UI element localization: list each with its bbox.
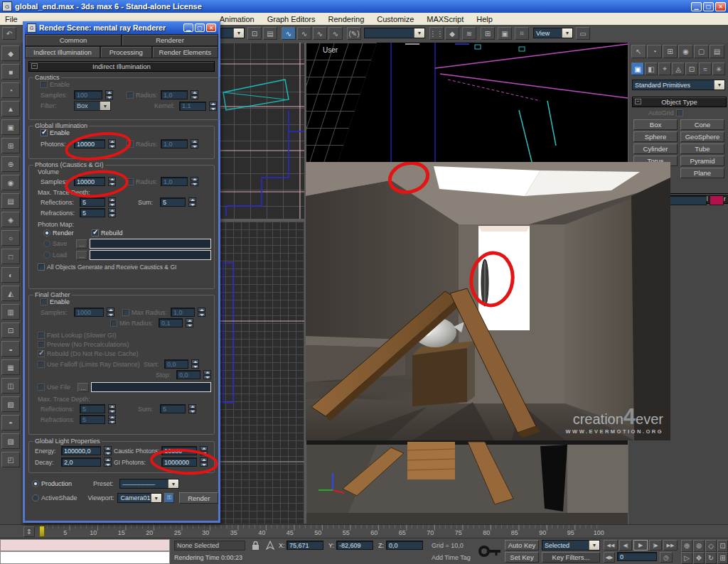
percent-snap-icon[interactable]: ∿ <box>313 27 327 40</box>
viewport-user[interactable]: User <box>306 43 628 162</box>
viewport-dropdown[interactable]: Camera01▼ <box>117 493 161 503</box>
activeshade-radio[interactable] <box>32 494 39 501</box>
glp-energy-spinner[interactable] <box>104 446 112 455</box>
geometry-icon[interactable]: ▣ <box>631 63 644 75</box>
fg-min-radius-checkbox[interactable] <box>110 320 117 327</box>
left-toolbar-icon[interactable]: ▣ <box>1 119 20 135</box>
photon-map-load-radio[interactable] <box>43 251 50 259</box>
photons-radius-checkbox[interactable] <box>127 178 134 185</box>
schematic-view-icon[interactable]: ▣ <box>498 27 512 40</box>
go-to-start-button[interactable]: ◀◀ <box>604 540 618 551</box>
angle-snap-icon[interactable]: ∿ <box>297 27 311 40</box>
viewport-divider-horizontal[interactable] <box>218 219 304 222</box>
arc-rotate-icon[interactable]: ↻ <box>705 552 717 564</box>
left-toolbar-icon[interactable]: ▥ <box>1 304 20 320</box>
glp-decay-field[interactable]: 2,0 <box>61 457 101 467</box>
gi-radius-spinner[interactable] <box>191 139 198 148</box>
y-coordinate-field[interactable]: -82,609 <box>336 541 373 550</box>
systems-icon[interactable]: ✳ <box>712 63 725 75</box>
helpers-icon[interactable]: ⊡ <box>685 63 698 75</box>
caustics-kernel-spinner[interactable] <box>209 102 217 111</box>
render-type-dropdown[interactable]: View▼ <box>533 28 573 38</box>
key-mode-toggle-button[interactable]: ◀▶ <box>604 552 615 563</box>
left-toolbar-icon[interactable]: ▨ <box>1 433 20 449</box>
material-editor-icon[interactable]: ⌗ <box>515 27 529 40</box>
keyboard-shortcut-icon[interactable]: (✎) <box>347 27 361 40</box>
fg-use-file-checkbox[interactable] <box>38 384 45 391</box>
photons-reflections-field[interactable]: 5 <box>80 197 105 207</box>
viewport-front[interactable] <box>218 43 304 219</box>
preset-dropdown[interactable]: -------------------------▼ <box>119 479 179 489</box>
caustics-radius-spinner[interactable] <box>191 90 198 99</box>
left-toolbar-icon[interactable]: ◰ <box>1 452 20 467</box>
utilities-tab-icon[interactable]: ▤ <box>710 45 724 58</box>
left-toolbar-icon[interactable]: ⊞ <box>1 138 20 153</box>
cone-button[interactable]: Cone <box>680 119 724 130</box>
caustics-kernel-field[interactable]: 1,1 <box>179 102 206 111</box>
left-toolbar-icon[interactable]: ◒ <box>1 341 20 357</box>
left-toolbar-icon[interactable]: ◓ <box>1 415 20 430</box>
all-objects-checkbox[interactable] <box>38 264 45 271</box>
fg-min-radius-spinner[interactable] <box>186 318 193 327</box>
current-frame-field[interactable]: 0 <box>617 552 657 561</box>
caustics-filter-dropdown[interactable]: Box▼ <box>74 101 111 111</box>
photon-map-save-field[interactable] <box>90 239 211 249</box>
gi-enable-checkbox[interactable] <box>41 129 48 136</box>
left-toolbar-icon[interactable]: ◫ <box>1 378 20 394</box>
set-key-button[interactable]: Set Key <box>505 552 539 563</box>
left-toolbar-icon[interactable]: ⊕ <box>1 156 20 172</box>
left-toolbar-icon[interactable]: ◉ <box>1 175 20 190</box>
modify-tab-icon[interactable]: ◔ <box>647 45 662 58</box>
menu-maxscript[interactable]: MAXScript <box>420 15 470 23</box>
glp-energy-field[interactable]: 100000,0 <box>61 446 101 455</box>
photon-map-render-radio[interactable] <box>43 229 50 237</box>
fg-start-field[interactable]: 0,0 <box>164 359 188 369</box>
photons-refractions-field[interactable]: 5 <box>80 208 105 217</box>
object-type-rollout[interactable]: − Object Type <box>632 97 727 107</box>
named-selection-dropdown[interactable]: ▼ <box>364 28 425 38</box>
caustics-samples-field[interactable]: 100 <box>74 90 102 99</box>
zoom-all-icon[interactable]: ⊛ <box>693 540 705 552</box>
fg-preview-checkbox[interactable] <box>38 341 45 348</box>
fg-sum-spinner[interactable] <box>188 404 196 413</box>
render-last-icon[interactable]: ▭ <box>576 27 590 40</box>
caustics-radius-field[interactable]: 1,0 <box>161 90 188 99</box>
photon-map-save-browse-button[interactable]: ... <box>76 239 87 249</box>
select-by-name-icon[interactable]: ▤ <box>263 27 277 40</box>
gi-radius-field[interactable]: 1,0 <box>161 139 188 148</box>
zoom-icon[interactable]: ⊕ <box>681 540 692 552</box>
left-toolbar-icon[interactable]: ◆ <box>1 45 20 61</box>
curve-editor-icon[interactable]: ⊞ <box>481 27 495 40</box>
left-toolbar-icon[interactable]: ◭ <box>1 286 20 301</box>
fg-sum-field[interactable]: 5 <box>160 404 186 413</box>
dialog-minimize-button[interactable]: ▁ <box>183 23 193 32</box>
select-object-icon[interactable]: ⊡ <box>247 27 262 40</box>
motion-tab-icon[interactable]: ◉ <box>678 45 693 58</box>
shapes-icon[interactable]: ◧ <box>645 63 658 75</box>
photons-samples-spinner[interactable] <box>108 177 116 186</box>
tab-indirect-illumination[interactable]: Indirect Illumination <box>25 46 100 58</box>
fg-enable-checkbox[interactable] <box>41 298 48 305</box>
photons-samples-field[interactable]: 10000 <box>74 177 105 186</box>
left-toolbar-icon[interactable]: ○ <box>1 230 20 246</box>
photon-map-rebuild-checkbox[interactable] <box>92 229 99 237</box>
fg-use-file-browse-button[interactable]: ... <box>77 383 89 392</box>
fg-samples-spinner[interactable] <box>107 308 114 317</box>
tube-button[interactable]: Tube <box>680 143 724 154</box>
dialog-maximize-button[interactable]: ▢ <box>195 23 205 32</box>
left-toolbar-icon[interactable]: ◈ <box>1 212 20 227</box>
layer-manager-icon[interactable]: ≋ <box>462 27 476 40</box>
viewport-left-bottom[interactable] <box>218 222 304 524</box>
zoom-extents-icon[interactable]: ◇ <box>705 540 717 552</box>
menu-file[interactable]: File <box>0 15 23 23</box>
add-time-tag[interactable]: Add Time Tag <box>432 554 471 561</box>
menu-help[interactable]: Help <box>470 15 499 23</box>
object-color-swatch[interactable] <box>710 195 724 205</box>
photon-map-load-browse-button[interactable]: ... <box>76 251 87 260</box>
left-toolbar-icon[interactable]: ◔ <box>1 82 20 98</box>
left-toolbar-icon[interactable]: □ <box>1 249 20 264</box>
box-button[interactable]: Box <box>633 119 678 130</box>
time-slider[interactable] <box>39 526 45 537</box>
photon-map-save-radio[interactable] <box>43 240 50 247</box>
maxscript-listener-white[interactable] <box>0 551 170 564</box>
